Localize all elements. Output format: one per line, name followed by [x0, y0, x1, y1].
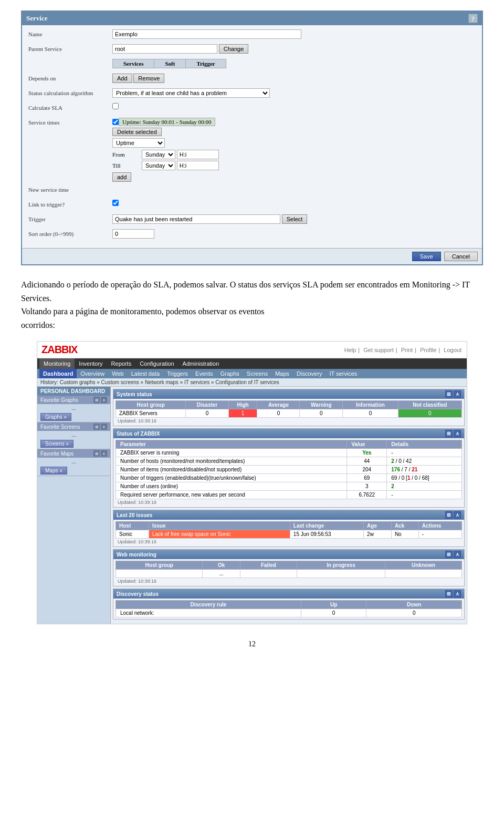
sidebar-graphs-icon1[interactable]: ⊞ [93, 397, 100, 403]
subnav-discovery[interactable]: Discovery [293, 369, 326, 378]
zabbix-content-area: PERSONAL DASHBOARD Favorite Graphs ⊞ ∧ .… [37, 387, 467, 624]
param-cell: Number of users (online) [116, 482, 347, 491]
uptime-checkbox[interactable] [112, 119, 119, 125]
remove-depends-button[interactable]: Remove [133, 74, 164, 83]
calculate-sla-checkbox[interactable] [112, 103, 119, 109]
web-mon-icon2[interactable]: ∧ [454, 551, 461, 558]
last20-icon1[interactable]: ⊞ [445, 511, 453, 519]
system-status-header: System status ⊞ ∧ [113, 389, 464, 399]
cancel-button[interactable]: Cancel [444, 252, 478, 261]
system-status-icons: ⊞ ∧ [445, 390, 461, 398]
discovery-icon1[interactable]: ⊞ [445, 590, 453, 597]
till-time-input[interactable] [177, 161, 219, 170]
toplink-logout[interactable]: Logout [444, 347, 461, 353]
toplink-help[interactable]: Help [344, 347, 356, 353]
screens-btn[interactable]: Screens » [40, 440, 74, 448]
subnav-latest-data[interactable]: Latest data [128, 369, 163, 378]
name-input[interactable] [112, 29, 301, 39]
subnav-dashboard[interactable]: Dashboard [39, 369, 77, 378]
th-details: Details [387, 440, 462, 449]
system-status-icon1[interactable]: ⊞ [445, 390, 453, 398]
web-monitoring-updated: Updated: 10:39:16 [116, 578, 462, 584]
sidebar-maps-item: ... [37, 458, 110, 466]
subnav-overview[interactable]: Overview [77, 369, 108, 378]
save-button[interactable]: Save [412, 252, 441, 261]
zabbix-status-icons: ⊞ ∧ [445, 430, 461, 437]
till-day-select[interactable]: Sunday [142, 161, 175, 170]
issue-actions: - [418, 530, 461, 539]
web-monitoring-icons: ⊞ ∧ [445, 551, 461, 558]
subnav-it-services[interactable]: IT services [326, 369, 361, 378]
change-button[interactable]: Change [219, 44, 249, 54]
subnav-triggers[interactable]: Triggers [163, 369, 192, 378]
th-up: Up [301, 601, 366, 609]
prose-text: Adicionando o período de operação do SLA… [21, 278, 483, 332]
sort-order-control [112, 229, 476, 239]
status-calc-select[interactable]: Problem, if at least one child has a pro… [112, 88, 270, 98]
service-form: Service ? Name Parent Service Change [21, 11, 483, 265]
sidebar-screens-icon1[interactable]: ⊞ [93, 424, 100, 430]
subnav-screens[interactable]: Screens [243, 369, 271, 378]
nav-reports[interactable]: Reports [107, 358, 136, 369]
till-label: Till [112, 162, 139, 169]
add-depends-button[interactable]: Add [112, 74, 132, 83]
th-down: Down [366, 601, 462, 609]
parent-input[interactable] [112, 44, 217, 54]
subnav-web[interactable]: Web [108, 369, 127, 378]
discovery-down: 0 [366, 609, 462, 617]
link-trigger-checkbox[interactable] [112, 200, 119, 206]
sidebar-maps-icon2[interactable]: ∧ [101, 450, 107, 457]
depends-on-control: Add Remove [112, 74, 476, 83]
nav-configuration[interactable]: Configuration [135, 358, 178, 369]
sort-order-input[interactable] [112, 229, 154, 239]
sidebar-screens-icon2[interactable]: ∧ [101, 424, 107, 430]
uptime-type-select[interactable]: Uptime [112, 138, 165, 148]
service-times-label: Service times [28, 118, 112, 126]
sidebar-screens-text: Favorite Screens [40, 424, 80, 430]
sidebar-screens-label: Favorite Screens ⊞ ∧ [37, 422, 110, 431]
sidebar-maps-icon1[interactable]: ⊞ [93, 450, 100, 457]
system-status-icon2[interactable]: ∧ [454, 390, 461, 398]
web-mon-icon1[interactable]: ⊞ [445, 551, 453, 558]
th-host-group: Host group [116, 561, 203, 570]
toplink-print[interactable]: Print [401, 347, 413, 353]
zabbix-status-icon1[interactable]: ⊞ [445, 430, 453, 437]
subnav-maps[interactable]: Maps [271, 369, 293, 378]
web-monitoring-table: Host group Ok Failed In progress Unknown [116, 561, 462, 578]
issue-ack: No [391, 530, 418, 539]
th-unknown: Unknown [385, 561, 462, 570]
param-cell: Number of triggers (enabled/disabled)(tr… [116, 474, 347, 482]
toplink-profile[interactable]: Profile [420, 347, 436, 353]
zabbix-status-table: Parameter Value Details ZABBIX server is… [116, 440, 462, 499]
col-soft: Soft [154, 59, 186, 68]
last20-title: Last 20 issues [117, 512, 152, 518]
select-trigger-button[interactable]: Select [282, 214, 308, 224]
from-time-input[interactable] [177, 150, 219, 159]
nav-inventory[interactable]: Inventory [75, 358, 107, 369]
discovery-icon2[interactable]: ∧ [454, 590, 461, 597]
maps-btn[interactable]: Maps » [40, 467, 67, 475]
subnav-graphs[interactable]: Graphs [217, 369, 243, 378]
zabbix-status-header: Status of ZABBIX ⊞ ∧ [113, 429, 464, 438]
webmon-failed [240, 570, 297, 578]
zabbix-status-icon2[interactable]: ∧ [454, 430, 461, 437]
th-failed: Failed [240, 561, 297, 570]
trigger-input[interactable] [112, 214, 280, 224]
subnav-events[interactable]: Events [192, 369, 217, 378]
help-button[interactable]: ? [468, 14, 478, 23]
sidebar-graphs-icon2[interactable]: ∧ [101, 397, 107, 403]
nav-monitoring[interactable]: Monitoring [39, 358, 75, 369]
web-monitoring-body: Host group Ok Failed In progress Unknown [113, 559, 464, 586]
last20-icon2[interactable]: ∧ [454, 511, 461, 519]
graphs-btn[interactable]: Graphs » [40, 413, 71, 421]
delete-selected-button[interactable]: Delete selected [112, 128, 162, 136]
from-day-select[interactable]: Sunday [142, 150, 175, 159]
nav-administration[interactable]: Administration [178, 358, 224, 369]
uptime-entry: Uptime: Sunday 00:01 - Sunday 00:00 [119, 118, 215, 126]
new-service-time-row: New service time [28, 185, 476, 197]
sidebar-header: PERSONAL DASHBOARD [37, 387, 110, 396]
discovery-rule-cell: Local network: [116, 609, 301, 617]
add-time-button[interactable]: add [112, 172, 131, 182]
toplink-support[interactable]: Get support [363, 347, 393, 353]
link-trigger-label: Link to trigger? [28, 200, 112, 208]
